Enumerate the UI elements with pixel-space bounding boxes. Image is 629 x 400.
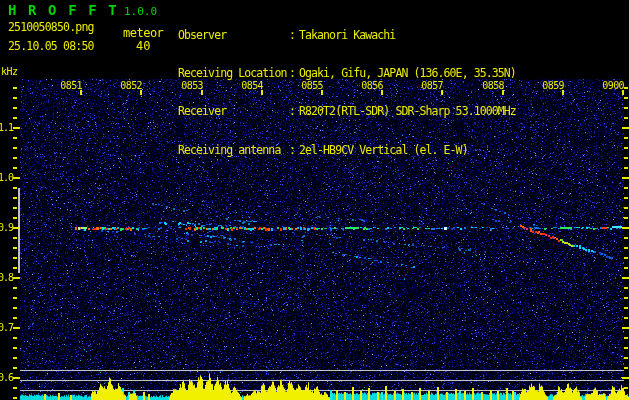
time-tick-label: 0858 [478,80,504,91]
time-tick-label: 0857 [417,80,443,91]
location-value: Ogaki, Gifu, JAPAN (136.60E, 35.35N) [299,66,516,80]
receiver-row: Receiver:R820T2(RTL-SDR) SDR-Sharp 53.10… [178,105,516,118]
antenna-value: 2el-HB9CV Vertical (el. E-W) [299,143,468,157]
app-title: H R O F F T [8,2,118,18]
filename-label: 2510050850.png [8,20,94,34]
antenna-label: Receiving antenna [178,144,289,157]
colon: : [289,144,299,157]
time-tick-label: 0852 [116,80,142,91]
time-tick-label: 0900 [598,80,624,91]
time-tick-label: 0856 [357,80,383,91]
freq-tick-label: 0.8 [0,272,12,283]
colon: : [289,105,299,118]
time-tick-label: 0855 [297,80,323,91]
time-tick-label: 0851 [56,80,82,91]
hrofft-window: H R O F F T 1.0.0 2510050850.png meteor … [0,0,629,400]
time-tick-label: 0853 [177,80,203,91]
colon: : [289,29,299,42]
antenna-row: Receiving antenna:2el-HB9CV Vertical (el… [178,144,516,157]
echo-count-label: 40 [136,39,150,53]
freq-tick-label: 0.7 [0,322,12,333]
freq-tick-label: 1.0 [0,172,12,183]
freq-tick-label: 0.9 [0,222,12,233]
colon: : [289,67,299,80]
observer-value: Takanori Kawachi [299,28,395,42]
freq-tick-label: 1.1 [0,122,12,133]
receiver-value: R820T2(RTL-SDR) SDR-Sharp 53.1000MHz [299,104,516,118]
receiver-label: Receiver [178,105,289,118]
mode-label: meteor [123,26,163,40]
station-info: Observer:Takanori Kawachi Receiving Loca… [178,3,516,182]
freq-unit-label: kHz [1,66,18,77]
location-row: Receiving Location:Ogaki, Gifu, JAPAN (1… [178,67,516,80]
location-label: Receiving Location [178,67,289,80]
observer-row: Observer:Takanori Kawachi [178,29,516,42]
datetime-label: 25.10.05 08:50 [8,39,94,53]
time-tick-label: 0854 [237,80,263,91]
observer-label: Observer [178,29,289,42]
time-tick-label: 0859 [538,80,564,91]
freq-tick-label: 0.6 [0,372,12,383]
app-version-label: 1.0.0 [124,5,157,18]
